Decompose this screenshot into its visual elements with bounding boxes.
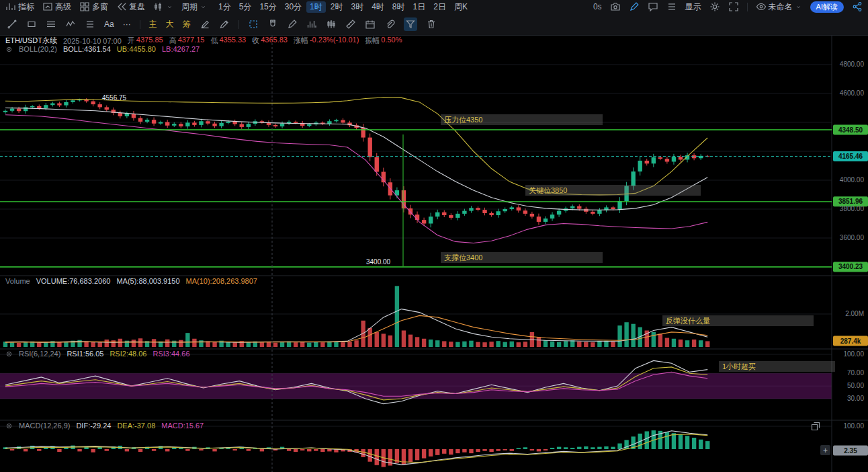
pane-restore-icon[interactable] (810, 421, 821, 432)
rsi2-value: RSI2:48.06 (110, 350, 146, 358)
trash-icon[interactable] (426, 19, 437, 30)
indicators-icon (5, 1, 16, 12)
parallel-lines-icon[interactable] (46, 19, 56, 30)
open-label: 开 (128, 36, 135, 46)
menu-multiwindow[interactable]: 多窗 (79, 1, 108, 13)
open-value: 4375.85 (136, 36, 163, 46)
bars-icon[interactable] (306, 19, 317, 30)
timeframe-2时[interactable]: 2时 (327, 1, 347, 13)
select-tool-icon[interactable] (248, 19, 259, 30)
period-label: 周期 (181, 1, 198, 13)
timeframe-30分[interactable]: 30分 (281, 1, 305, 13)
timeframe-15分[interactable]: 15分 (256, 1, 279, 13)
timeframe-3时[interactable]: 3时 (347, 1, 367, 13)
chat-icon[interactable] (648, 1, 658, 12)
list-icon[interactable] (666, 1, 677, 12)
tool-大[interactable]: 大 (166, 19, 174, 30)
svg-text:100.00: 100.00 (843, 350, 864, 358)
topbar-right: 0s 显示 未命名 AI解读 (593, 1, 863, 13)
period-dropdown[interactable]: 周期 (181, 1, 207, 13)
close-label: 收 (252, 36, 259, 46)
line-tool-icon[interactable] (7, 19, 17, 30)
chart-canvas[interactable]: 4348.503851.963400.234165.464800.004600.… (0, 0, 868, 472)
macd-header: MACD(12,26,9) DIF:-29.24 DEA:-37.08 MACD… (5, 422, 204, 430)
paperclip-icon[interactable] (384, 19, 395, 30)
measure-price-label: 3400.00 (366, 258, 390, 266)
divider (238, 20, 239, 29)
boll-name: BOLL(20,2) (19, 45, 57, 53)
menu-multiwindow-label: 多窗 (92, 1, 108, 13)
camera-icon[interactable] (610, 1, 621, 12)
menu-indicators[interactable]: 指标 (5, 1, 34, 13)
annotation-key-level[interactable]: 关键位3850 (525, 185, 701, 196)
filter-tool-active[interactable] (404, 17, 417, 31)
macd-name: MACD(12,26,9) (19, 422, 70, 430)
indicator-toggle-icon[interactable] (5, 46, 13, 53)
symbol-name[interactable]: ETH/USDT永续 (5, 36, 57, 46)
calendar-icon[interactable] (365, 19, 376, 30)
brush-icon[interactable] (219, 19, 230, 30)
svg-text:4348.50: 4348.50 (838, 126, 863, 134)
magnet-icon[interactable] (267, 19, 278, 30)
macd-value: MACD:15.67 (161, 422, 204, 430)
annotation-overbought[interactable]: 1小时超买 (719, 361, 835, 372)
low-value: 4355.33 (219, 36, 246, 46)
annotation-volume-note[interactable]: 反弹没什么量 (662, 315, 814, 326)
layout-dropdown[interactable]: 未命名 (756, 1, 802, 13)
volume-ma5: MA(5):88,003.9150 (116, 277, 179, 285)
svg-text:100.00: 100.00 (843, 422, 864, 430)
top-toolbar: 指标 高级 多窗 复盘 周期 1分5分15分30分1时2时3时4时8时1日2日周… (0, 0, 868, 13)
pencil-icon[interactable] (629, 1, 640, 12)
tool-筹[interactable]: 筹 (183, 19, 191, 30)
menu-advanced[interactable]: 高级 (42, 1, 71, 13)
annotation-support[interactable]: 支撑位3400 (441, 252, 603, 263)
boll-lb-value: LB:4267.27 (162, 45, 200, 53)
change-label: 涨幅 (294, 36, 308, 46)
layout-name: 未命名 (769, 1, 793, 13)
countdown: 0s (593, 2, 602, 11)
candle-pattern-icon[interactable] (326, 19, 337, 30)
chevron-down-icon (166, 3, 173, 11)
draw-pencil-icon[interactable] (287, 19, 298, 30)
svg-text:4000.00: 4000.00 (840, 176, 865, 184)
edit-icon[interactable] (200, 19, 210, 30)
rsi1-value: RSI1:56.05 (67, 350, 103, 358)
menu-replay-label: 复盘 (129, 1, 145, 13)
svg-text:2.35: 2.35 (844, 447, 857, 455)
rect-tool-icon[interactable] (26, 19, 37, 30)
timeframe-4时[interactable]: 4时 (368, 1, 388, 13)
fullscreen-icon[interactable] (728, 1, 739, 12)
indicator-toggle-icon[interactable] (5, 422, 13, 430)
timeframe-1日[interactable]: 1日 (410, 1, 429, 13)
more-tools-button[interactable]: ··· (123, 19, 131, 29)
scale-add-button[interactable]: + (820, 445, 830, 455)
boll-ub-value: UB:4455.80 (117, 45, 156, 53)
share-icon[interactable] (852, 1, 863, 12)
rsi3-value: RSI3:44.66 (153, 350, 189, 358)
display-toggle[interactable]: 显示 (685, 1, 701, 13)
close-value: 4365.83 (261, 36, 288, 46)
peak-price-label: 4556.75 (102, 94, 126, 102)
amplitude-label: 振幅 (365, 36, 380, 46)
timeframe-8时[interactable]: 8时 (389, 1, 408, 13)
svg-text:2.00M: 2.00M (845, 310, 864, 317)
svg-text:3400.23: 3400.23 (838, 263, 863, 270)
timeframe-1分[interactable]: 1分 (215, 1, 234, 13)
svg-text:50.00: 50.00 (847, 382, 864, 389)
indicator-toggle-icon[interactable] (5, 350, 13, 358)
annotation-resistance[interactable]: 压力位4350 (441, 114, 603, 125)
gear-icon[interactable] (709, 1, 720, 12)
svg-text:3800.00: 3800.00 (840, 205, 865, 212)
timeframe-1时[interactable]: 1时 (306, 1, 326, 13)
timeframe-5分[interactable]: 5分 (236, 1, 255, 13)
timeframe-周K[interactable]: 周K (451, 1, 471, 13)
wave-tool-icon[interactable] (65, 19, 76, 30)
ruler-icon[interactable] (345, 19, 356, 30)
ai-analysis-button[interactable]: AI解读 (810, 1, 844, 13)
tool-主[interactable]: 主 (149, 19, 157, 30)
menu-replay[interactable]: 复盘 (116, 1, 145, 13)
menu-icon[interactable] (85, 19, 95, 30)
chart-style-dropdown[interactable] (153, 1, 173, 12)
text-tool-button[interactable]: Aa (104, 19, 114, 29)
timeframe-2日[interactable]: 2日 (430, 1, 449, 13)
